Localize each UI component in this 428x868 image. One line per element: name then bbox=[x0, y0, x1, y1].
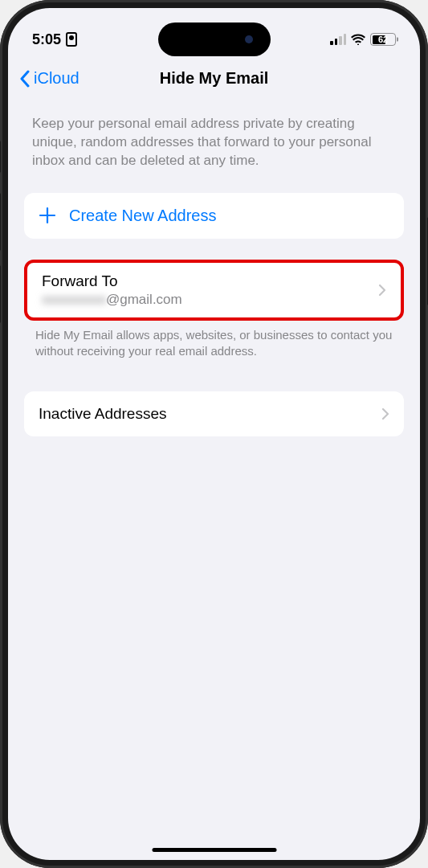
cellular-signal-icon bbox=[330, 34, 346, 45]
back-label: iCloud bbox=[34, 69, 79, 88]
status-time: 5:05 bbox=[32, 31, 61, 48]
forward-email-prefix: xxxxxxxxxx bbox=[42, 292, 106, 308]
forward-to-content: Forward To xxxxxxxxxx @gmail.com bbox=[42, 272, 182, 308]
inactive-addresses-label: Inactive Addresses bbox=[39, 405, 166, 423]
create-new-address-button[interactable]: Create New Address bbox=[24, 193, 404, 239]
phone-frame: 5:05 62 bbox=[0, 0, 428, 868]
wifi-icon bbox=[351, 34, 365, 45]
forward-to-title: Forward To bbox=[42, 272, 182, 290]
forward-to-row[interactable]: Forward To xxxxxxxxxx @gmail.com bbox=[24, 260, 404, 321]
page-description: Keep your personal email address private… bbox=[24, 115, 404, 170]
volume-up-button bbox=[0, 193, 1, 251]
portrait-lock-icon bbox=[66, 32, 77, 47]
inactive-addresses-row[interactable]: Inactive Addresses bbox=[24, 391, 404, 436]
chevron-right-icon bbox=[378, 284, 386, 297]
battery-icon: 62 bbox=[370, 33, 396, 46]
home-indicator[interactable] bbox=[152, 848, 276, 852]
status-right: 62 bbox=[330, 33, 396, 46]
back-button[interactable]: iCloud bbox=[19, 69, 79, 88]
plus-icon bbox=[39, 207, 56, 224]
content-area: Keep your personal email address private… bbox=[8, 94, 420, 436]
chevron-left-icon bbox=[19, 70, 31, 88]
status-left: 5:05 bbox=[32, 31, 77, 48]
volume-down-button bbox=[0, 265, 1, 323]
chevron-right-icon bbox=[381, 407, 389, 420]
navigation-bar: iCloud Hide My Email bbox=[8, 56, 420, 94]
silent-switch bbox=[0, 141, 1, 173]
forward-to-footer: Hide My Email allows apps, websites, or … bbox=[24, 321, 404, 360]
dynamic-island bbox=[158, 23, 271, 56]
forward-to-email: xxxxxxxxxx @gmail.com bbox=[42, 292, 182, 308]
forward-email-suffix: @gmail.com bbox=[106, 292, 182, 308]
battery-percent: 62 bbox=[378, 35, 388, 44]
page-title: Hide My Email bbox=[160, 69, 269, 88]
phone-screen: 5:05 62 bbox=[8, 8, 420, 860]
create-button-label: Create New Address bbox=[69, 207, 216, 225]
